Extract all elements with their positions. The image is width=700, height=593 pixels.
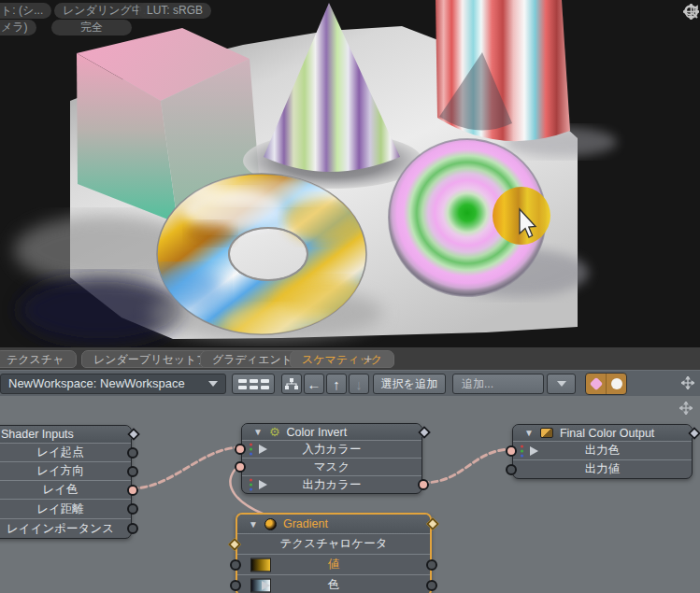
channel-row[interactable]: レイ方向 — [0, 461, 131, 480]
channel-row[interactable]: 色 — [237, 574, 430, 593]
node-title: Final Color Output — [560, 427, 654, 440]
channel-row[interactable]: 入力カラー — [242, 440, 421, 458]
input-connector-diamond[interactable] — [228, 537, 241, 550]
node-header[interactable]: ▼ ⚙ Color Invert — [242, 424, 421, 440]
arrow-left-icon: ← — [307, 376, 321, 392]
input-connector[interactable] — [506, 464, 517, 475]
collapse-icon[interactable]: ▼ — [249, 519, 258, 529]
toggle-diamond-connectors[interactable] — [586, 374, 606, 394]
output-connector[interactable] — [127, 466, 138, 477]
workspace-label: NewWorkspace: NewWorkspace — [8, 374, 185, 393]
schematic-canvas[interactable]: Shader Inputs レイ起点 レイ方向 レイ色 レイ距離 レイインポータ… — [0, 396, 700, 593]
node-gradient[interactable]: ▼ Gradient テクスチャロケータ 値 色 — [236, 513, 432, 593]
node-connector-diamond[interactable] — [418, 425, 431, 438]
rgb-channel-icon — [250, 479, 252, 491]
render-scene — [0, 0, 700, 347]
add-tab-button[interactable]: + — [364, 350, 372, 368]
channel-row[interactable]: テクスチャロケータ — [237, 533, 430, 554]
add-item-dropdown[interactable]: 追加... — [452, 374, 544, 394]
camera-pill: メラ) — [0, 20, 36, 35]
nav-back-button[interactable]: ← — [304, 374, 324, 394]
expand-triangle-icon[interactable] — [262, 581, 270, 590]
input-connector-connected[interactable] — [235, 461, 246, 473]
node-connector-diamond[interactable] — [426, 517, 439, 530]
add-item-dropdown-arrow[interactable] — [547, 374, 576, 394]
channel-label: レイ距離 — [36, 501, 84, 517]
channel-row[interactable]: レイ色 — [0, 480, 131, 499]
channel-row[interactable]: レイ距離 — [0, 499, 131, 518]
chevron-down-icon — [557, 381, 566, 387]
input-connector-connected[interactable] — [235, 444, 246, 455]
lut-pill: LUT: sRGB — [138, 3, 211, 19]
output-connector-connected[interactable] — [418, 479, 429, 490]
wire-outputcolor-to-finaloutput — [422, 449, 512, 483]
channel-label: 出力値 — [585, 461, 621, 477]
tab-schematic[interactable]: スケマティック — [290, 350, 394, 368]
channel-row[interactable]: レイ起点 — [0, 443, 131, 461]
channel-row[interactable]: マスク — [242, 458, 421, 475]
node-header[interactable]: ▼ Final Color Output — [513, 425, 692, 441]
node-connector-diamond[interactable] — [688, 426, 700, 439]
gear-icon: ⚙ — [269, 426, 280, 438]
display-toggle-group — [585, 373, 627, 395]
application-window: ト: (シ... レンダリング中... LUT: sRGB メラ) 完全 — [0, 0, 700, 593]
toggle-circle-connectors[interactable] — [606, 374, 626, 394]
expand-triangle-icon[interactable] — [259, 445, 267, 454]
channel-row[interactable]: 出力値 — [513, 459, 692, 478]
output-connector[interactable] — [127, 447, 138, 459]
output-connector[interactable] — [127, 503, 138, 515]
channel-row[interactable]: 値 — [237, 554, 430, 574]
add-selection-button[interactable]: 選択を追加 — [373, 374, 446, 394]
output-connector-connected[interactable] — [127, 485, 138, 496]
channel-row[interactable]: レイインポータンス — [0, 518, 131, 538]
input-connector[interactable] — [230, 580, 241, 591]
schematic-pan-icon[interactable] — [679, 402, 693, 415]
node-title: Gradient — [283, 517, 328, 530]
channel-row[interactable]: 出力カラー — [242, 475, 421, 493]
grid-icon — [238, 379, 269, 389]
channel-label: 色 — [328, 577, 340, 593]
rgb-channel-icon — [250, 444, 252, 456]
channel-label: テクスチャロケータ — [280, 536, 388, 552]
node-header[interactable]: Shader Inputs — [0, 426, 131, 443]
texture-ball-icon — [264, 518, 277, 530]
nav-up-button[interactable]: ↑ — [326, 374, 347, 394]
channel-label: レイ方向 — [36, 463, 84, 479]
channel-label: マスク — [314, 459, 350, 475]
node-connector-diamond[interactable] — [127, 428, 140, 441]
input-connector[interactable] — [230, 559, 241, 571]
node-header[interactable]: ▼ Gradient — [237, 515, 430, 533]
workspace-dropdown[interactable]: NewWorkspace: NewWorkspace — [0, 374, 226, 394]
chevron-down-icon — [208, 381, 218, 387]
node-shader-inputs[interactable]: Shader Inputs レイ起点 レイ方向 レイ色 レイ距離 レイインポータ… — [0, 425, 132, 539]
nav-down-button[interactable]: ↓ — [349, 374, 369, 394]
diamond-icon — [589, 377, 602, 390]
input-connector-connected[interactable] — [506, 445, 517, 457]
expand-triangle-icon[interactable] — [259, 480, 267, 489]
expand-triangle-icon[interactable] — [530, 446, 538, 456]
collapse-icon[interactable]: ▼ — [253, 427, 263, 437]
circle-icon — [611, 378, 622, 389]
node-title: Color Invert — [287, 426, 348, 439]
channel-label: 値 — [328, 557, 340, 572]
render-viewport[interactable]: ト: (シ... レンダリング中... LUT: sRGB メラ) 完全 — [0, 0, 700, 347]
arrow-up-icon: ↑ — [333, 376, 340, 392]
hierarchy-icon — [285, 378, 298, 390]
node-final-color-output[interactable]: ▼ Final Color Output 出力色 出力値 — [512, 424, 693, 479]
channel-label: 出力カラー — [302, 477, 361, 493]
collapse-icon[interactable]: ▼ — [524, 428, 534, 438]
output-connector[interactable] — [426, 559, 437, 571]
toolbar-pan-icon[interactable] — [681, 376, 694, 389]
wire-raycolor-to-inputcolor — [132, 447, 241, 488]
node-color-invert[interactable]: ▼ ⚙ Color Invert 入力カラー マスク 出力カラー — [241, 423, 422, 494]
channel-label: 出力色 — [585, 443, 621, 459]
rgb-channel-icon — [521, 445, 523, 457]
layout-grid-button[interactable] — [232, 374, 275, 394]
hierarchy-button[interactable] — [281, 374, 302, 394]
output-connector[interactable] — [426, 580, 437, 591]
tab-texture-view[interactable]: テクスチャビュー — [0, 350, 77, 368]
channel-row[interactable]: 出力色 — [513, 441, 692, 459]
zoom-icon[interactable] — [683, 4, 699, 20]
image-icon — [540, 428, 553, 438]
output-connector[interactable] — [127, 523, 138, 534]
